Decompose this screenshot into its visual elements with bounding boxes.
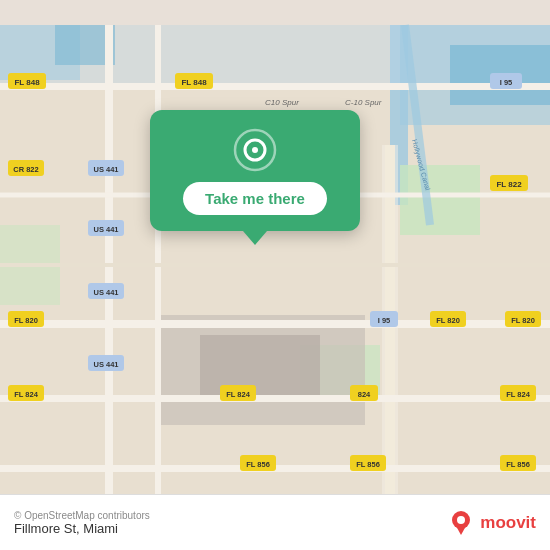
svg-text:US 441: US 441 [93,288,118,297]
svg-text:FL 824: FL 824 [506,390,530,399]
svg-text:CR 822: CR 822 [13,165,38,174]
svg-rect-11 [200,335,320,395]
svg-text:FL 856: FL 856 [506,460,530,469]
svg-rect-17 [0,320,550,328]
svg-text:I 95: I 95 [500,78,513,87]
location-name: Fillmore St, Miami [14,521,150,536]
svg-rect-13 [105,25,113,525]
svg-marker-70 [456,526,466,535]
svg-rect-18 [0,395,550,402]
svg-text:US 441: US 441 [93,360,118,369]
location-popup: Take me there [150,110,360,231]
svg-rect-12 [0,83,550,90]
location-pin-icon [233,128,277,172]
svg-text:US 441: US 441 [93,225,118,234]
svg-rect-7 [400,165,480,235]
svg-text:FL 824: FL 824 [14,390,38,399]
map-background: FL 848 FL 848 FL 822 US 441 US 441 US 44… [0,0,550,550]
svg-text:C-10 Spur: C-10 Spur [345,98,382,107]
svg-text:I 95: I 95 [378,316,391,325]
svg-text:FL 820: FL 820 [14,316,38,325]
moovit-icon [447,509,475,537]
take-me-there-button[interactable]: Take me there [183,182,327,215]
svg-text:FL 822: FL 822 [496,180,522,189]
map-attribution: © OpenStreetMap contributors [14,510,150,521]
svg-text:FL 820: FL 820 [436,316,460,325]
svg-text:FL 820: FL 820 [511,316,535,325]
svg-text:C10 Spur: C10 Spur [265,98,299,107]
bottom-bar: © OpenStreetMap contributors Fillmore St… [0,494,550,550]
svg-text:FL 848: FL 848 [14,78,40,87]
svg-text:FL 856: FL 856 [246,460,270,469]
svg-text:FL 848: FL 848 [181,78,207,87]
svg-rect-14 [155,25,161,525]
svg-text:FL 856: FL 856 [356,460,380,469]
svg-text:FL 824: FL 824 [226,390,250,399]
bottom-left-info: © OpenStreetMap contributors Fillmore St… [14,510,150,536]
svg-text:US 441: US 441 [93,165,118,174]
moovit-brand-text: moovit [480,513,536,533]
svg-point-71 [457,516,465,524]
map-container: FL 848 FL 848 FL 822 US 441 US 441 US 44… [0,0,550,550]
moovit-logo[interactable]: moovit [447,509,536,537]
svg-point-68 [252,147,258,153]
svg-text:824: 824 [358,390,371,399]
